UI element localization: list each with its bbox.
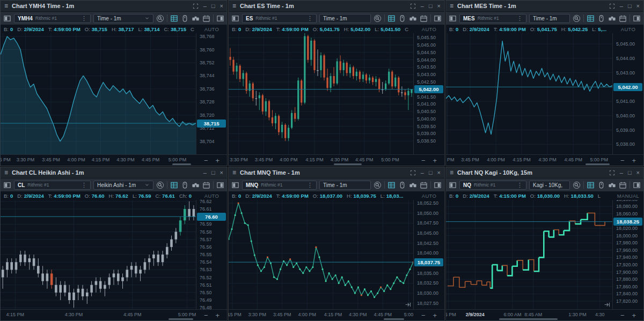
binoculars-icon[interactable]: [608, 181, 616, 189]
kebab-icon[interactable]: ⋮: [307, 182, 313, 189]
time-axis[interactable]: :15 PM2/9/20246:00 AM8:45 AM1:30 PM4:30: [446, 310, 613, 320]
expand-icon[interactable]: [609, 170, 615, 176]
study-search-icon[interactable]: [573, 14, 581, 23]
close-icon[interactable]: ×: [437, 170, 441, 176]
mouse-tool-icon[interactable]: [398, 14, 406, 23]
study-search-icon[interactable]: [374, 181, 382, 189]
chart-plot-area[interactable]: [229, 33, 413, 154]
maximize-icon[interactable]: □: [211, 170, 215, 176]
binoculars-icon[interactable]: [409, 181, 417, 189]
bar-type-selector[interactable]: Time - 1m: [529, 14, 570, 23]
titlebar[interactable]: ≡ Chart ES Time - 1m – □ ×: [229, 1, 444, 12]
chart-plot-area[interactable]: [446, 200, 612, 309]
scale-mode-label[interactable]: AUTO: [613, 26, 643, 32]
chart-plot-area[interactable]: [229, 200, 413, 309]
instrument-selector[interactable]: CL Rithmic #1 ⋮: [14, 181, 91, 190]
zoom-out-button[interactable]: −: [204, 312, 208, 319]
left-panel-toggle-icon[interactable]: [3, 181, 11, 189]
kebab-icon[interactable]: ⋮: [81, 182, 87, 189]
kebab-icon[interactable]: ⋮: [517, 182, 523, 189]
scale-mode-label[interactable]: MANUAL: [613, 193, 643, 199]
close-icon[interactable]: ×: [437, 3, 441, 9]
expand-icon[interactable]: [609, 3, 615, 9]
left-panel-toggle-icon[interactable]: [449, 14, 457, 23]
right-panel-toggle-icon[interactable]: [434, 14, 442, 23]
instrument-selector[interactable]: MES Rithmic #1 ⋮: [459, 14, 526, 23]
instrument-selector[interactable]: MNQ Rithmic #1 ⋮: [242, 181, 317, 190]
right-panel-toggle-icon[interactable]: [216, 14, 224, 23]
zoom-in-button[interactable]: +: [433, 312, 437, 319]
price-axis[interactable]: 18,052.5018,050.0018,047.5018,045.0018,0…: [413, 200, 444, 309]
right-panel-toggle-icon[interactable]: [633, 181, 641, 189]
maximize-icon[interactable]: □: [628, 170, 632, 176]
dom-grid-icon[interactable]: [587, 181, 595, 189]
bar-type-selector[interactable]: Time - 1m: [93, 14, 153, 23]
bar-type-selector[interactable]: Time - 1m: [319, 14, 371, 23]
menu-icon[interactable]: ≡: [450, 169, 453, 176]
maximize-icon[interactable]: □: [429, 170, 433, 176]
calendar-icon[interactable]: [420, 181, 428, 189]
time-axis[interactable]: 3:15 PM3:30 PM3:45 PM4:00 PM4:15 PM4:30 …: [229, 310, 414, 320]
mouse-tool-icon[interactable]: [597, 181, 605, 189]
minimize-icon[interactable]: –: [620, 170, 623, 176]
dom-grid-icon[interactable]: [587, 14, 595, 23]
menu-icon[interactable]: ≡: [4, 3, 8, 9]
right-panel-toggle-icon[interactable]: [633, 14, 641, 23]
time-scrollbar[interactable]: [169, 318, 193, 320]
titlebar[interactable]: ≡ Chart MES Time - 1m – □ ×: [446, 1, 643, 12]
scale-mode-label[interactable]: AUTO: [414, 26, 444, 32]
scale-mode-label[interactable]: AUTO: [414, 193, 444, 199]
time-axis[interactable]: 30 PM3:45 PM4:00 PM4:15 PM4:30 PM4:45 PM…: [446, 155, 613, 166]
bar-type-selector[interactable]: Heikin Ashi - 1m: [93, 181, 153, 190]
price-axis[interactable]: 5,045.005,044.005,043.005,041.005,040.00…: [612, 33, 643, 154]
zoom-in-button[interactable]: +: [216, 157, 220, 164]
price-axis[interactable]: 5,045.505,045.005,044.505,044.005,043.50…: [413, 33, 444, 154]
study-search-icon[interactable]: [156, 181, 164, 189]
zoom-in-button[interactable]: +: [433, 157, 437, 164]
titlebar[interactable]: ≡ Chart CL Heikin Ashi - 1m – □ ×: [1, 167, 227, 178]
bar-type-selector[interactable]: Kagi - 10Kg,: [529, 181, 570, 190]
calendar-icon[interactable]: [619, 14, 627, 23]
dom-grid-icon[interactable]: [387, 181, 396, 189]
right-panel-toggle-icon[interactable]: [216, 181, 224, 189]
zoom-out-button[interactable]: −: [620, 312, 625, 319]
mouse-tool-icon[interactable]: [398, 181, 406, 189]
minimize-icon[interactable]: –: [203, 3, 207, 9]
zoom-out-button[interactable]: −: [204, 157, 208, 164]
left-panel-toggle-icon[interactable]: [449, 181, 457, 189]
scale-mode-label[interactable]: AUTO: [196, 193, 227, 199]
titlebar[interactable]: ≡ Chart YMH4 Time - 1m – □ ×: [1, 1, 227, 12]
instrument-selector[interactable]: YMH4 Rithmic #1 ⋮: [14, 14, 91, 23]
titlebar[interactable]: ≡ Chart MNQ Time - 1m – □ ×: [229, 167, 444, 178]
chart-plot-area[interactable]: [1, 200, 196, 309]
chart-plot-area[interactable]: [446, 33, 612, 154]
binoculars-icon[interactable]: [192, 181, 200, 189]
mouse-tool-icon[interactable]: [181, 181, 189, 189]
dom-grid-icon[interactable]: [387, 14, 396, 23]
time-scrollbar[interactable]: [384, 318, 404, 320]
zoom-out-button[interactable]: −: [421, 312, 426, 319]
bar-type-selector[interactable]: Time - 1m: [319, 181, 371, 190]
time-axis[interactable]: 3:30 PM3:45 PM4:00 PM4:15 PM4:30 PM4:45 …: [229, 155, 414, 166]
menu-icon[interactable]: ≡: [4, 169, 8, 176]
zoom-out-button[interactable]: −: [620, 157, 625, 164]
kebab-icon[interactable]: ⋮: [517, 15, 523, 22]
minimize-icon[interactable]: –: [421, 3, 424, 9]
minimize-icon[interactable]: –: [421, 170, 424, 176]
time-scrollbar[interactable]: [499, 318, 558, 320]
jump-to-latest-icon[interactable]: [405, 301, 412, 308]
minimize-icon[interactable]: –: [620, 3, 623, 9]
maximize-icon[interactable]: □: [429, 3, 433, 9]
instrument-selector[interactable]: NQ Rithmic #1 ⋮: [459, 181, 526, 190]
mouse-tool-icon[interactable]: [597, 14, 605, 23]
calendar-icon[interactable]: [619, 181, 627, 189]
menu-icon[interactable]: ≡: [450, 3, 453, 9]
close-icon[interactable]: ×: [636, 3, 640, 9]
kebab-icon[interactable]: ⋮: [307, 15, 313, 22]
zoom-in-button[interactable]: +: [632, 157, 636, 164]
dom-grid-icon[interactable]: [170, 181, 178, 189]
mouse-tool-icon[interactable]: [181, 14, 189, 23]
kebab-icon[interactable]: ⋮: [81, 15, 87, 22]
price-axis[interactable]: 76.6276.6176.5976.5876.5776.5676.5576.54…: [196, 200, 227, 309]
titlebar[interactable]: ≡ Chart NQ Kagi - 10Kg, 15m – □ ×: [446, 167, 643, 178]
